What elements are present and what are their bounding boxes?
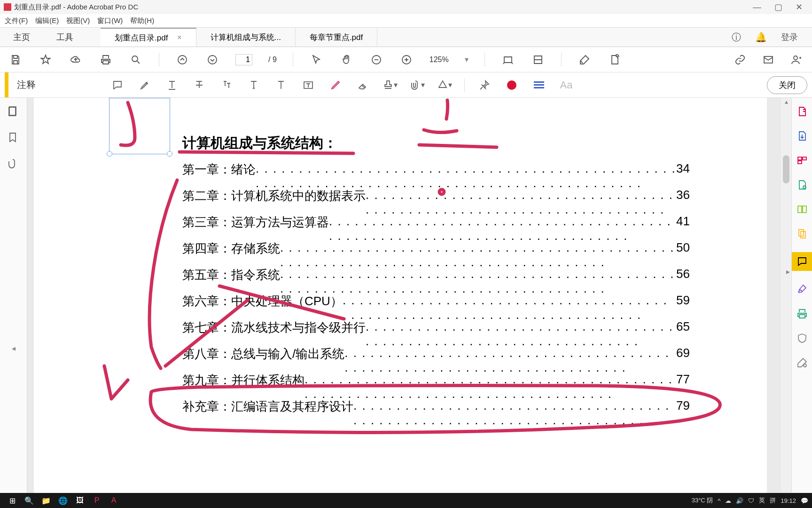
notification-icon[interactable]: 🔔 — [755, 32, 767, 43]
selection-handle[interactable] — [167, 151, 172, 157]
login-button[interactable]: 登录 — [781, 32, 798, 43]
tray-icon[interactable]: 🔊 — [736, 497, 743, 504]
svg-point-2 — [208, 56, 217, 64]
text-insert-icon[interactable] — [246, 78, 261, 93]
tab-tools[interactable]: 工具 — [43, 28, 86, 47]
stamp-icon[interactable]: ▾ — [383, 78, 398, 93]
acrobat-taskbar-icon[interactable]: A — [105, 494, 122, 507]
notification-center-icon[interactable]: 💬 — [801, 497, 808, 504]
email-icon[interactable] — [761, 53, 775, 67]
page-up-icon[interactable] — [175, 53, 189, 67]
menu-view[interactable]: 视图(V) — [66, 16, 90, 25]
tray-icon[interactable]: ☁ — [725, 497, 731, 504]
redact-icon[interactable] — [578, 53, 592, 67]
comment-tool-active[interactable] — [792, 252, 812, 271]
pointer-icon[interactable] — [309, 53, 323, 67]
zoom-level[interactable]: 125% — [429, 56, 449, 64]
document-page: 计算机组成与系统结构： 第一章：绪论. . . . . . . . . . . … — [34, 98, 767, 507]
menu-help[interactable]: 帮助(H) — [130, 16, 154, 25]
app-icon-1[interactable]: 🖼 — [71, 494, 88, 507]
page-down-icon[interactable] — [205, 53, 219, 67]
scroll-thumb[interactable] — [783, 155, 789, 183]
chrome-icon[interactable]: 🌐 — [55, 494, 71, 507]
close-button[interactable]: ✕ — [796, 2, 803, 12]
help-icon[interactable]: ⓘ — [732, 31, 741, 44]
add-user-icon[interactable] — [789, 53, 804, 67]
fit-page-icon[interactable] — [531, 53, 545, 67]
clock[interactable]: 19:12 — [781, 497, 796, 504]
text-underline-icon[interactable] — [164, 78, 180, 93]
powerpoint-icon[interactable]: P — [88, 494, 105, 507]
tray-icon[interactable]: ^ — [718, 497, 720, 504]
doc-tab-label: 划重点目录.pdf — [115, 32, 168, 43]
menu-window[interactable]: 窗口(W) — [97, 16, 123, 25]
maximize-button[interactable]: ▢ — [774, 2, 782, 12]
document-viewport[interactable]: 计算机组成与系统结构： 第一章：绪论. . . . . . . . . . . … — [27, 98, 781, 508]
link-icon[interactable] — [733, 53, 747, 67]
text-icon[interactable] — [273, 78, 289, 93]
menu-file[interactable]: 文件(F) — [5, 16, 28, 25]
menu-edit[interactable]: 编辑(E) — [35, 16, 59, 25]
compare-files-icon[interactable] — [796, 203, 808, 215]
text-box-icon[interactable] — [301, 78, 316, 93]
annotation-close-button[interactable]: 关闭 — [767, 76, 807, 94]
highlight-icon[interactable] — [137, 78, 152, 93]
shapes-icon[interactable]: ▾ — [437, 78, 452, 93]
attachments-icon[interactable] — [7, 158, 20, 171]
doc-tab-0[interactable]: 划重点目录.pdf × — [101, 28, 196, 47]
right-collapse-icon[interactable]: ▸ — [786, 267, 790, 276]
combine-files-icon[interactable] — [796, 228, 808, 240]
zoom-in-icon[interactable] — [399, 53, 414, 67]
zoom-dropdown-icon[interactable]: ▾ — [465, 55, 468, 64]
font-picker[interactable]: Aa — [559, 78, 574, 93]
left-collapse-icon[interactable]: ◂ — [12, 344, 16, 353]
color-picker[interactable] — [504, 78, 519, 93]
right-sidebar: ▸ — [791, 98, 812, 508]
weather-widget[interactable]: 33°C 阴 — [692, 496, 713, 505]
edit-pdf-icon[interactable] — [608, 53, 622, 67]
create-pdf-icon[interactable] — [796, 105, 808, 118]
line-weight-icon[interactable] — [531, 78, 547, 93]
vertical-scrollbar[interactable]: ▴ ▾ — [781, 98, 791, 508]
doc-tab-close[interactable]: × — [177, 33, 181, 42]
tab-home[interactable]: 主页 — [0, 28, 43, 47]
search-taskbar-icon[interactable]: 🔍 — [21, 494, 38, 507]
sign-icon[interactable] — [796, 283, 808, 295]
file-explorer-icon[interactable]: 📁 — [38, 494, 55, 507]
pencil-icon[interactable] — [328, 78, 343, 93]
tray-icon[interactable]: 🛡 — [748, 497, 754, 504]
scroll-up-icon[interactable]: ▴ — [781, 98, 791, 108]
hand-icon[interactable] — [339, 53, 353, 67]
print-icon[interactable] — [99, 53, 113, 67]
thumbnails-icon[interactable] — [7, 105, 20, 119]
start-button[interactable]: ⊞ — [4, 494, 21, 507]
more-tools-icon[interactable] — [796, 357, 808, 369]
save-icon[interactable] — [8, 53, 23, 67]
organize-pages-icon[interactable] — [796, 154, 808, 167]
search-icon[interactable] — [129, 53, 143, 67]
fit-width-icon[interactable] — [501, 53, 515, 67]
export-pdf-icon[interactable] — [796, 130, 808, 142]
eraser-icon[interactable] — [355, 78, 370, 93]
page-input[interactable] — [235, 54, 252, 65]
zoom-out-icon[interactable] — [369, 53, 383, 67]
enhance-scans-icon[interactable] — [796, 179, 808, 191]
bookmarks-icon[interactable] — [7, 132, 20, 145]
annotation-selection[interactable] — [109, 98, 170, 154]
ime-indicator[interactable]: 英 — [759, 496, 765, 505]
doc-tab-1[interactable]: 计算机组成与系统... — [196, 28, 296, 47]
doc-tab-2[interactable]: 每章节重点.pdf — [296, 28, 377, 47]
print-production-icon[interactable] — [796, 308, 808, 320]
text-strikethrough-icon[interactable] — [192, 78, 207, 93]
pin-icon[interactable] — [477, 78, 492, 93]
sticky-note-icon[interactable] — [110, 78, 125, 93]
star-icon[interactable] — [39, 53, 53, 67]
page-total: / 9 — [268, 56, 277, 64]
minimize-button[interactable]: — — [753, 2, 761, 12]
selection-handle[interactable] — [107, 151, 112, 157]
attach-icon[interactable]: ▾ — [410, 78, 425, 93]
ime-indicator[interactable]: 拼 — [770, 496, 776, 505]
cloud-icon[interactable] — [69, 53, 83, 67]
text-replace-icon[interactable] — [219, 78, 234, 93]
protect-icon[interactable] — [796, 332, 808, 344]
